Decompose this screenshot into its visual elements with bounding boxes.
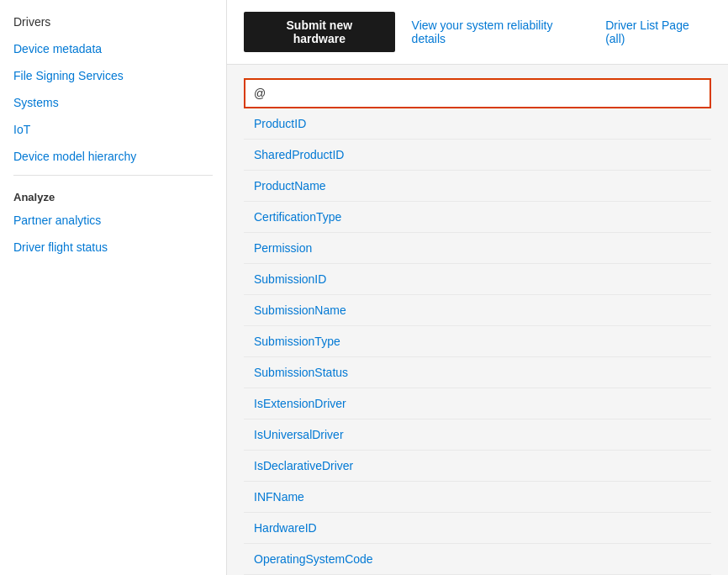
list-item[interactable]: SubmissionID [244,264,711,295]
sidebar-item-iot[interactable]: IoT [0,116,226,143]
analyze-section-label: Analyze [0,181,226,207]
list-item[interactable]: IsExtensionDriver [244,388,711,419]
list-item[interactable]: SubmissionStatus [244,357,711,388]
list-item[interactable]: SubmissionType [244,326,711,357]
toolbar: Submit new hardware View your system rel… [227,0,728,65]
sidebar-item-drivers[interactable]: Drivers [0,8,226,35]
list-item[interactable]: IsDeclarativeDriver [244,451,711,482]
filter-input[interactable] [274,82,710,105]
reliability-details-link[interactable]: View your system reliability details [412,18,589,45]
list-item[interactable]: HardwareID [244,513,711,544]
filter-row[interactable]: @ [244,78,711,108]
list-item[interactable]: SubmissionName [244,295,711,326]
sidebar-item-file-signing-services[interactable]: File Signing Services [0,62,226,89]
list-item[interactable]: ProductID [244,108,711,140]
main-content: Submit new hardware View your system rel… [227,0,728,575]
list-item[interactable]: OperatingSystemCode [244,544,711,575]
sidebar-item-partner-analytics[interactable]: Partner analytics [0,207,226,234]
content-area: @ ProductIDSharedProductIDProductNameCer… [227,65,728,575]
sidebar-item-driver-flight-status[interactable]: Driver flight status [0,234,226,261]
field-list: ProductIDSharedProductIDProductNameCerti… [244,108,711,575]
sidebar: Drivers Device metadata File Signing Ser… [0,0,227,575]
list-item[interactable]: ProductName [244,171,711,202]
list-item[interactable]: IsUniversalDriver [244,419,711,451]
list-item[interactable]: CertificationType [244,202,711,233]
list-item[interactable]: SharedProductID [244,140,711,171]
sidebar-divider [13,175,213,176]
at-icon: @ [245,82,274,105]
submit-new-hardware-button[interactable]: Submit new hardware [244,12,395,52]
driver-list-page-link[interactable]: Driver List Page (all) [605,18,711,45]
sidebar-item-device-model-hierarchy[interactable]: Device model hierarchy [0,143,226,170]
sidebar-item-systems[interactable]: Systems [0,89,226,116]
list-item[interactable]: Permission [244,233,711,264]
list-item[interactable]: INFName [244,482,711,513]
sidebar-item-device-metadata[interactable]: Device metadata [0,35,226,62]
